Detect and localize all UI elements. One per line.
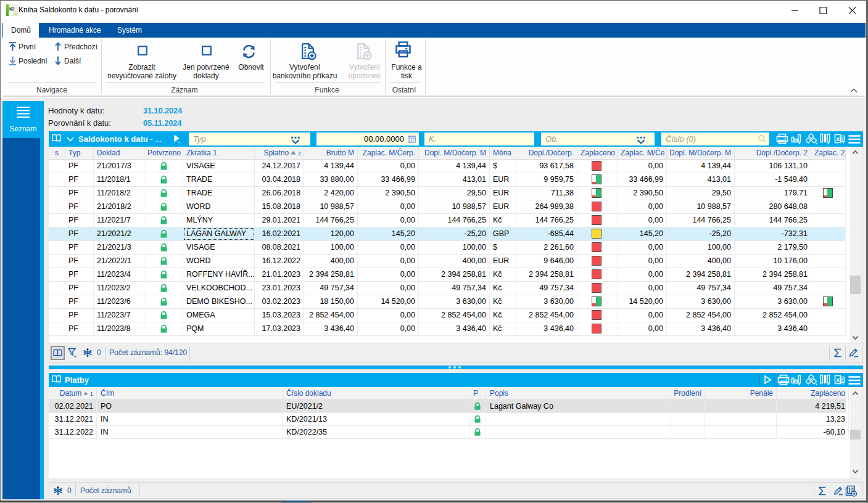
svg-text:X: X	[836, 136, 840, 142]
svg-text:X: X	[836, 377, 840, 383]
